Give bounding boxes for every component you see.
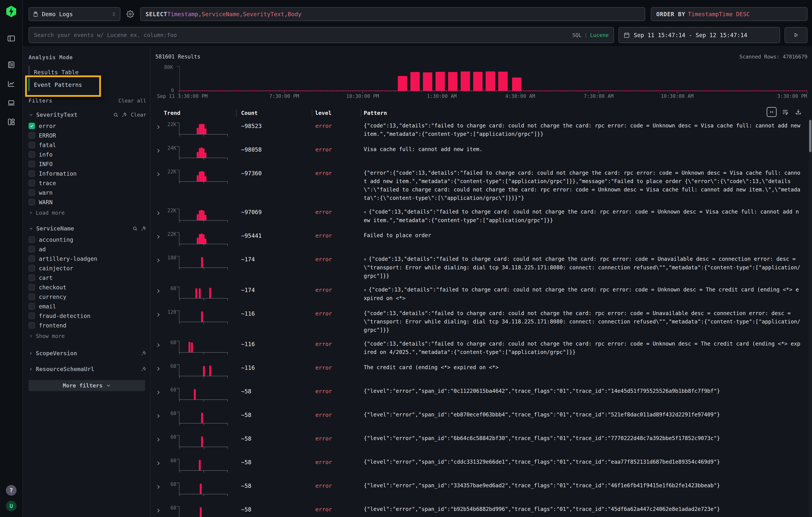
- pattern-row[interactable]: 60~58error{"level":"error","span_id":"b9…: [155, 501, 807, 517]
- row-expand-chevron[interactable]: [155, 413, 164, 419]
- option-checkbox[interactable]: [29, 284, 35, 290]
- run-query-button[interactable]: [785, 27, 807, 43]
- analysis-mode-results-table[interactable]: Results Table: [29, 66, 111, 79]
- row-expand-chevron[interactable]: [155, 312, 164, 318]
- option-checkbox[interactable]: [29, 236, 35, 243]
- chart-bar[interactable]: [473, 72, 483, 91]
- chart-bar[interactable]: [398, 76, 407, 91]
- trend-sparkline[interactable]: [179, 435, 228, 447]
- pin-icon[interactable]: [121, 112, 127, 118]
- time-range-picker[interactable]: Sep 11 15:47:14 - Sep 12 15:47:14: [618, 27, 780, 43]
- trend-sparkline[interactable]: [179, 123, 228, 135]
- chart-bar[interactable]: [436, 72, 445, 91]
- more-filters-button[interactable]: More filters: [29, 380, 145, 391]
- severity-option-error[interactable]: error: [29, 121, 146, 131]
- option-checkbox[interactable]: [29, 275, 35, 281]
- option-checkbox[interactable]: [29, 255, 35, 262]
- help-button[interactable]: ?: [6, 485, 17, 496]
- row-expand-chevron[interactable]: [155, 210, 164, 216]
- option-checkbox[interactable]: [29, 189, 35, 196]
- pattern-row[interactable]: 60~116error{"code":13,"details":"failed …: [155, 336, 807, 360]
- results-histogram[interactable]: 80K 0 Sep 11 3:30:00 PM7:30:00 PM10:30:0…: [155, 66, 807, 99]
- service-option-frontend[interactable]: frontend: [29, 321, 146, 330]
- severity-option-fatal[interactable]: fatal: [29, 140, 146, 150]
- pattern-row[interactable]: 24K~98058errorVisa cache full: cannot ad…: [155, 142, 807, 165]
- service-option-checkout[interactable]: checkout: [29, 283, 146, 292]
- download-icon[interactable]: [794, 108, 802, 116]
- pattern-row[interactable]: 60~58error{"level":"error","span_id":"33…: [155, 478, 807, 501]
- pin-icon[interactable]: [141, 226, 146, 231]
- mode-sql-toggle[interactable]: SQL: [572, 32, 582, 38]
- row-expand-chevron[interactable]: [155, 460, 164, 466]
- column-header-pattern[interactable]: Pattern: [364, 110, 807, 116]
- pin-icon[interactable]: [141, 366, 146, 372]
- trend-sparkline[interactable]: [179, 412, 228, 424]
- pattern-row[interactable]: 22K~97069error×{"code":13,"details":"fai…: [155, 204, 807, 228]
- filter-group-scopeversion[interactable]: ScopeVersion: [29, 350, 146, 356]
- option-checkbox[interactable]: [29, 265, 35, 271]
- pattern-cell[interactable]: {"level":"error","span_id":"cddc331329e6…: [364, 458, 807, 466]
- search-icon[interactable]: [132, 226, 138, 231]
- pattern-row[interactable]: 120~116error{"code":13,"details":"failed…: [155, 306, 807, 336]
- column-header-trend[interactable]: Trend: [164, 110, 233, 116]
- analysis-mode-event-patterns[interactable]: Event Patterns: [29, 79, 111, 91]
- pattern-cell[interactable]: {"error":{"code":13,"details":"failed to…: [364, 169, 807, 202]
- column-divider[interactable]: [236, 110, 237, 116]
- option-checkbox[interactable]: [29, 123, 35, 129]
- trend-sparkline[interactable]: [179, 256, 228, 268]
- trend-sparkline[interactable]: [179, 209, 228, 221]
- code-view-icon[interactable]: [767, 107, 777, 117]
- option-checkbox[interactable]: [29, 151, 35, 158]
- service-show-more[interactable]: Show more: [29, 331, 146, 341]
- row-expand-chevron[interactable]: [155, 342, 164, 348]
- scrollbar-thumb[interactable]: [809, 120, 811, 152]
- services-icon[interactable]: [5, 97, 17, 109]
- severity-option-WARN[interactable]: WARN: [29, 197, 146, 207]
- service-option-cart[interactable]: cart: [29, 273, 146, 283]
- pattern-cell[interactable]: The credit card (ending <*> expired on <…: [364, 363, 807, 372]
- column-header-count[interactable]: Count: [239, 110, 309, 116]
- severity-option-warn[interactable]: warn: [29, 188, 146, 197]
- row-expand-chevron[interactable]: [155, 148, 164, 153]
- trend-sparkline[interactable]: [179, 341, 228, 353]
- chevron-down-icon[interactable]: [29, 226, 33, 231]
- search-input[interactable]: Search your events w/ Lucene ex. column:…: [29, 27, 614, 43]
- service-option-currency[interactable]: currency: [29, 292, 146, 301]
- trend-sparkline[interactable]: [179, 506, 228, 517]
- sql-select-editor[interactable]: SELECT Timestamp, ServiceName, SeverityT…: [140, 7, 645, 21]
- option-checkbox[interactable]: [29, 199, 35, 205]
- pattern-row[interactable]: 60~58error{"level":"error","span_id":"cd…: [155, 454, 807, 478]
- row-expand-chevron[interactable]: [155, 390, 164, 395]
- pattern-cell[interactable]: Visa cache full: cannot add new item.: [364, 145, 807, 153]
- logs-icon[interactable]: [5, 59, 17, 71]
- chevron-down-icon[interactable]: [29, 112, 33, 117]
- severity-option-ERROR[interactable]: ERROR: [29, 131, 146, 140]
- panel-toggle-icon[interactable]: [5, 32, 17, 45]
- service-option-email[interactable]: email: [29, 301, 146, 311]
- severity-clear-link[interactable]: Clear: [131, 112, 146, 118]
- pattern-cell[interactable]: {"level":"error","span_id":"b92b54b6882b…: [364, 505, 807, 513]
- option-checkbox[interactable]: [29, 142, 35, 148]
- pattern-cell[interactable]: ×{"code":13,"details":"failed to charge …: [364, 208, 807, 225]
- option-checkbox[interactable]: [29, 161, 35, 167]
- user-avatar[interactable]: U: [6, 500, 17, 511]
- pattern-cell[interactable]: {"level":"error","span_id":"6b64c6c58842…: [364, 434, 807, 442]
- severity-option-INFO[interactable]: INFO: [29, 159, 146, 169]
- pattern-row[interactable]: 60~116errorThe credit card (ending <*> e…: [155, 360, 807, 383]
- severity-load-more[interactable]: Load more: [29, 208, 146, 218]
- filter-group-resourceschemaurl[interactable]: ResourceSchemaUrl: [29, 366, 146, 372]
- option-checkbox[interactable]: [29, 303, 35, 310]
- pattern-row[interactable]: 60~58error{"level":"error","span_id":"0c…: [155, 383, 807, 407]
- pattern-cell[interactable]: {"level":"error","span_id":"334357bae9ed…: [364, 481, 807, 490]
- pattern-cell[interactable]: {"code":13,"details":"failed to charge c…: [364, 340, 807, 356]
- row-expand-chevron[interactable]: [155, 437, 164, 442]
- option-checkbox[interactable]: [29, 132, 35, 139]
- trend-sparkline[interactable]: [179, 459, 228, 471]
- pattern-cell[interactable]: {"code":13,"details":"failed to charge c…: [364, 309, 807, 334]
- row-expand-chevron[interactable]: [155, 508, 164, 513]
- pattern-row[interactable]: 180~174error×{"code":13,"details":"faile…: [155, 252, 807, 282]
- trend-sparkline[interactable]: [179, 388, 228, 400]
- option-checkbox[interactable]: [29, 246, 35, 252]
- service-option-cainjector[interactable]: cainjector: [29, 263, 146, 273]
- severity-option-info[interactable]: info: [29, 150, 146, 159]
